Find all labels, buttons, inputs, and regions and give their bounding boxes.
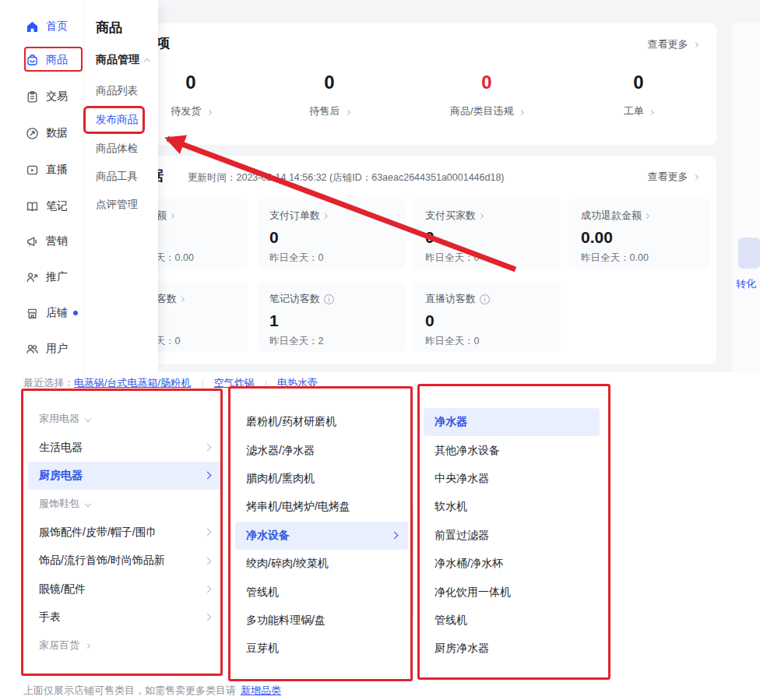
category-item-bacon-machine[interactable]: 腊肉机/熏肉机: [235, 465, 408, 493]
recent-selection-row: 最近选择： 电蒸锅/台式电蒸箱/肠粉机 | 空气炸锅 | 电热水壶: [23, 376, 318, 390]
metric-value: 1: [269, 311, 405, 330]
todo-more-link[interactable]: 查看更多: [647, 37, 698, 51]
chevron-right-icon: [85, 643, 90, 649]
sidebar-item-home[interactable]: 首页: [0, 14, 84, 39]
stat-pending-aftersale[interactable]: 0 待售后: [263, 72, 396, 118]
live-icon: [26, 164, 39, 177]
category-label: 多功能料理锅/盘: [246, 614, 325, 628]
marketing-icon: [26, 235, 39, 248]
recent-link-kettle[interactable]: 电热水壶: [277, 376, 318, 390]
stat-value: 0: [263, 72, 396, 93]
sidebar-item-data[interactable]: 数据: [0, 121, 84, 146]
float-selected-chip[interactable]: [738, 237, 760, 269]
float-conversion-label[interactable]: 转化: [736, 277, 756, 291]
category-item-multicooker[interactable]: 多功能料理锅/盘: [235, 607, 408, 635]
category-item-meat-grinder[interactable]: 绞肉/碎肉/绞菜机: [235, 550, 408, 578]
flyout-group-goods-management[interactable]: 商品管理: [96, 53, 150, 67]
chevron-right-icon: [644, 213, 649, 218]
sidebar-item-shop[interactable]: 店铺: [0, 301, 84, 325]
category-item-other-purify[interactable]: 其他净水设备: [424, 436, 600, 464]
sidebar-item-notes[interactable]: 笔记: [0, 194, 84, 219]
metric-note-visitors[interactable]: 笔记访客数 1 昨日全天：2: [257, 282, 405, 352]
metric-pay-orders[interactable]: 支付订单数 0 昨日全天：0: [257, 199, 405, 269]
stat-label: 工单: [624, 105, 644, 117]
goods-icon: [26, 54, 39, 67]
data-more-link[interactable]: 查看更多: [647, 170, 698, 184]
category-group-home-appliance[interactable]: 家用电器: [28, 405, 221, 433]
metric-sub: 昨日全天：2: [269, 335, 405, 348]
chevron-right-icon: [204, 472, 212, 480]
chevron-right-icon: [204, 557, 212, 565]
category-label: 烤串机/电烤炉/电烤盘: [246, 500, 350, 514]
recent-link-airfryer[interactable]: 空气炸锅: [214, 376, 255, 390]
sidebar-item-goods[interactable]: 商品: [0, 47, 84, 72]
stat-tickets[interactable]: 0 工单: [572, 72, 705, 118]
metric-pay-buyers[interactable]: 支付买家数 0 昨日全天：0: [413, 199, 561, 269]
category-item-central-purifier[interactable]: 中央净水器: [424, 465, 600, 493]
menu-item-review-management[interactable]: 点评管理: [96, 198, 138, 212]
separator: |: [265, 378, 267, 389]
category-label: 净水设备: [246, 529, 290, 543]
category-item-water-purify-equipment[interactable]: 净水设备: [235, 522, 408, 550]
menu-item-publish-goods[interactable]: 发布商品: [96, 113, 138, 127]
category-item-life-appliance[interactable]: 生活电器: [28, 433, 221, 461]
category-column-2: 磨粉机/药材研磨机 滤水器/净水器 腊肉机/熏肉机 烤串机/电烤炉/电烤盘 净水…: [235, 408, 408, 663]
category-item-pre-filter[interactable]: 前置过滤器: [424, 522, 600, 550]
sidebar-item-label: 笔记: [46, 199, 68, 213]
category-label: 净化饮用一体机: [435, 586, 511, 600]
category-group-household[interactable]: 家居百货: [28, 631, 221, 660]
category-item-bean-sprout-machine[interactable]: 豆芽机: [235, 635, 408, 663]
menu-item-goods-list[interactable]: 商品列表: [96, 84, 138, 98]
metric-live-visitors[interactable]: 直播访客数 0 昨日全天：0: [413, 282, 561, 352]
chevron-right-icon: [693, 174, 698, 179]
category-item-grinder[interactable]: 磨粉机/药材研磨机: [235, 408, 408, 436]
users-icon: [26, 343, 39, 356]
category-item-jewelry[interactable]: 饰品/流行首饰/时尚饰品新: [28, 547, 221, 575]
scrollbar-thumb[interactable]: [410, 505, 413, 617]
menu-item-goods-tools[interactable]: 商品工具: [96, 170, 138, 184]
menu-item-goods-check[interactable]: 商品体检: [96, 142, 138, 156]
chevron-right-icon: [649, 110, 654, 115]
category-item-pipeline-machine-2[interactable]: 管线机: [424, 607, 600, 635]
sidebar-item-live[interactable]: 直播: [0, 157, 84, 182]
stat-violation[interactable]: 0 商品/类目违规: [420, 72, 553, 118]
category-item-pipeline-machine[interactable]: 管线机: [235, 578, 408, 606]
category-item-kitchen-appliance[interactable]: 厨房电器: [28, 462, 221, 490]
sidebar-item-label: 首页: [46, 19, 68, 33]
promotion-icon: [26, 271, 39, 284]
category-item-water-purifier[interactable]: 净水器: [424, 408, 600, 436]
category-label: 服饰鞋包: [39, 497, 79, 511]
category-label: 眼镜/配件: [39, 582, 86, 596]
category-label: 管线机: [435, 614, 467, 628]
chevron-right-icon: [693, 41, 698, 47]
recent-link-steamer[interactable]: 电蒸锅/台式电蒸箱/肠粉机: [74, 376, 191, 390]
metric-sub: 昨日全天：0: [425, 335, 561, 348]
category-item-watch[interactable]: 手表: [28, 603, 221, 631]
category-item-drinking-all-in-one[interactable]: 净化饮用一体机: [424, 578, 600, 606]
category-group-apparel[interactable]: 服饰鞋包: [28, 490, 221, 518]
category-label: 其他净水设备: [435, 444, 500, 458]
stat-value: 0: [420, 72, 553, 93]
category-item-bbq-machine[interactable]: 烤串机/电烤炉/电烤盘: [235, 493, 408, 521]
add-category-link[interactable]: 新增品类: [241, 684, 281, 696]
sidebar-item-marketing[interactable]: 营销: [0, 229, 84, 254]
sidebar-item-users[interactable]: 用户: [0, 336, 84, 361]
category-item-accessories-belt-hat[interactable]: 服饰配件/皮带/帽子/围巾: [28, 519, 221, 547]
category-item-water-bucket-cup[interactable]: 净水桶/净水杯: [424, 550, 600, 578]
sidebar-item-promotion[interactable]: 推广: [0, 265, 84, 290]
chevron-right-icon: [478, 213, 484, 218]
metric-refund-amount[interactable]: 成功退款金额 0.00 昨日全天：0.00: [568, 199, 710, 269]
category-item-water-filter[interactable]: 滤水器/净水器: [235, 436, 408, 464]
category-item-kitchen-purifier[interactable]: 厨房净水器: [424, 635, 600, 663]
chevron-right-icon: [204, 586, 212, 593]
sidebar-item-label: 直播: [46, 163, 68, 177]
category-item-water-softener[interactable]: 软水机: [424, 493, 600, 521]
category-item-glasses[interactable]: 眼镜/配件: [28, 575, 221, 603]
notes-icon: [26, 200, 39, 213]
metric-sub: 昨日全天：0: [269, 252, 405, 265]
sidebar-item-trade[interactable]: 交易: [0, 84, 84, 109]
flyout-group-label: 商品管理: [96, 53, 139, 67]
goods-flyout-menu: 商品 商品管理 商品列表 发布商品 商品体检 商品工具 点评管理: [84, 0, 158, 372]
recent-label: 最近选择：: [23, 376, 74, 390]
metric-sub: 昨日全天：0.00: [581, 252, 710, 265]
